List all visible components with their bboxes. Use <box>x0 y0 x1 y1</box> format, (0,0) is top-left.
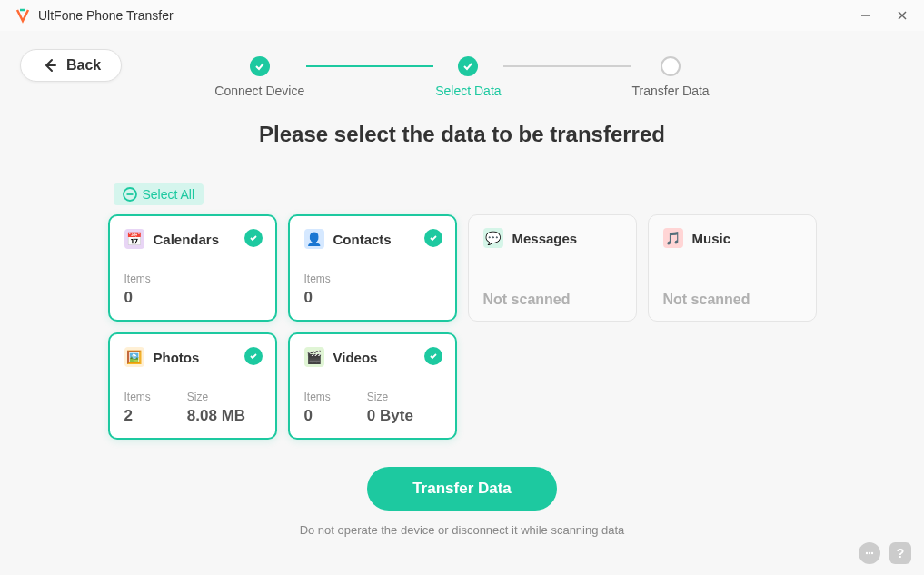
step-connect-device: Connect Device <box>214 56 304 98</box>
deselect-icon <box>123 187 137 202</box>
hint-text: Do not operate the device or disconnect … <box>0 523 924 537</box>
svg-point-7 <box>871 552 873 554</box>
step-connector <box>503 65 631 67</box>
card-items-stat: Items 0 <box>304 273 331 307</box>
card-messages[interactable]: 💬 Messages Not scanned <box>468 214 637 322</box>
select-all-toggle[interactable]: Select All <box>114 183 204 205</box>
card-contacts[interactable]: 👤 Contacts Items 0 <box>288 214 457 322</box>
calendars-icon: 📅 <box>124 229 144 249</box>
not-scanned-label: Not scanned <box>663 292 801 308</box>
card-items-stat: Items 0 <box>124 273 151 307</box>
step-check-icon <box>250 56 270 76</box>
minimize-button[interactable] <box>859 8 873 23</box>
back-arrow-icon <box>41 57 57 74</box>
step-transfer-data: Transfer Data <box>632 56 710 98</box>
check-icon <box>244 229 263 247</box>
titlebar-left: UltFone Phone Transfer <box>15 7 174 24</box>
photos-icon: 🖼️ <box>124 347 144 367</box>
step-label: Connect Device <box>214 84 304 98</box>
select-all-label: Select All <box>143 187 195 202</box>
music-icon: 🎵 <box>663 228 683 248</box>
content-area: Select All 📅 Calendars Items 0 👤 Contact… <box>108 183 817 440</box>
app-title: UltFone Phone Transfer <box>38 8 174 23</box>
check-icon <box>424 229 442 247</box>
card-title: Videos <box>333 350 378 365</box>
back-button[interactable]: Back <box>20 49 122 82</box>
messages-icon: 💬 <box>483 228 503 248</box>
step-pending-icon <box>661 56 681 76</box>
card-title: Messages <box>512 231 578 246</box>
check-icon <box>424 347 442 365</box>
card-size-stat: Size 0 Byte <box>367 391 413 425</box>
page-title: Please select the data to be transferred <box>0 122 924 147</box>
bottom-action-icons: ? <box>859 542 911 564</box>
card-items-stat: Items 2 <box>124 391 151 425</box>
step-connector <box>306 65 433 67</box>
step-label: Select Data <box>435 84 501 98</box>
check-icon <box>244 347 263 365</box>
close-button[interactable] <box>895 8 909 23</box>
transfer-data-button[interactable]: Transfer Data <box>367 467 557 511</box>
card-items-stat: Items 0 <box>304 391 331 425</box>
card-title: Photos <box>154 350 200 365</box>
card-title: Calendars <box>154 232 220 247</box>
back-label: Back <box>66 57 101 74</box>
card-size-stat: Size 8.08 MB <box>187 391 245 425</box>
titlebar: UltFone Phone Transfer <box>0 0 924 31</box>
help-icon[interactable]: ? <box>889 542 911 564</box>
card-videos[interactable]: 🎬 Videos Items 0 Size 0 Byte <box>288 332 457 440</box>
window-controls <box>859 8 909 23</box>
contacts-icon: 👤 <box>304 229 324 249</box>
step-label: Transfer Data <box>632 84 710 98</box>
app-logo-icon <box>15 7 31 24</box>
step-select-data: Select Data <box>435 56 501 98</box>
card-music[interactable]: 🎵 Music Not scanned <box>648 214 817 322</box>
videos-icon: 🎬 <box>304 347 324 367</box>
data-type-grid: 📅 Calendars Items 0 👤 Contacts Items 0 <box>108 214 817 440</box>
card-photos[interactable]: 🖼️ Photos Items 2 Size 8.08 MB <box>108 332 277 440</box>
step-check-icon <box>458 56 478 76</box>
svg-point-5 <box>866 552 868 554</box>
card-calendars[interactable]: 📅 Calendars Items 0 <box>108 214 277 322</box>
card-title: Music <box>692 231 731 246</box>
not-scanned-label: Not scanned <box>483 292 621 308</box>
chat-icon[interactable] <box>859 542 880 564</box>
card-title: Contacts <box>333 232 392 247</box>
progress-stepper: Connect Device Select Data Transfer Data <box>0 56 924 98</box>
svg-point-6 <box>869 552 870 554</box>
